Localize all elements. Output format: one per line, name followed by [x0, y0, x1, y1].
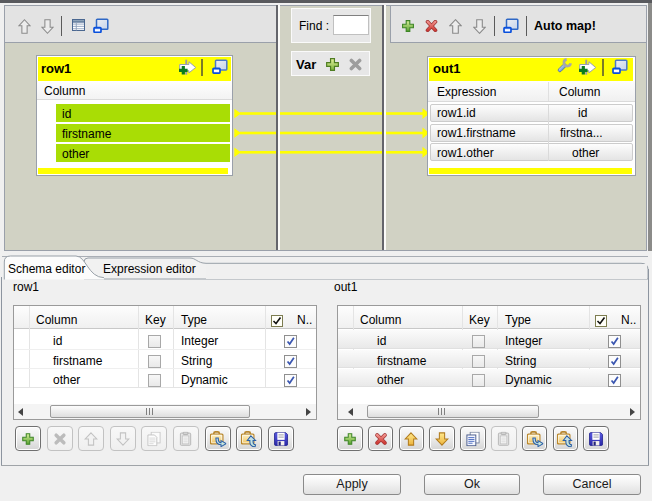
- svg-text:Expression editor: Expression editor: [103, 262, 196, 276]
- svg-text:Schema editor: Schema editor: [8, 262, 85, 276]
